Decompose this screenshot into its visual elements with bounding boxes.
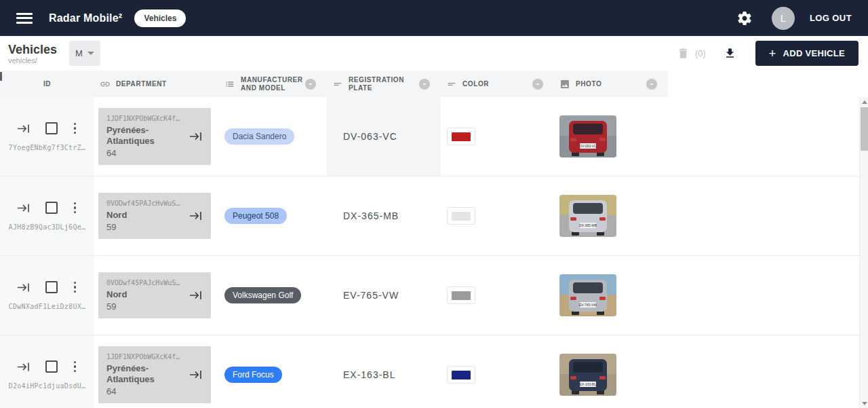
column-header-photo[interactable]: PHOTO [554,71,668,97]
color-swatch[interactable] [447,366,475,384]
department-name: Pyrénées-Atlantiques [106,363,174,385]
table-body: 7YoegENbKg7f3CtrZ… 1JDF1NXPObWGXcK4f… Py… [0,97,868,408]
registration-cell[interactable]: EX-163-BL [327,335,441,408]
color-swatch[interactable] [447,286,475,304]
filter-dropdown[interactable]: M [69,41,100,66]
row-id: AJH8zB9Qac3DLj6Qe… [9,223,86,231]
vehicle-photo[interactable]: EV-765-VW [559,274,616,316]
open-department-icon[interactable] [189,291,203,301]
department-code: 64 [106,386,203,396]
row-checkbox[interactable] [45,202,58,214]
nav-chip-vehicles[interactable]: Vehicles [134,10,186,27]
department-card[interactable]: 1JDF1NXPObWGXcK4f… Pyrénées-Atlantiques … [98,108,211,165]
open-row-icon[interactable] [17,362,31,372]
column-menu-button[interactable] [419,79,430,90]
add-vehicle-label: ADD VEHICLE [783,48,845,58]
page-title: Vehicles [8,43,57,56]
table-header: ID DEPARTMENT MANUFACTURER AND MODEL REG… [0,71,868,97]
open-row-icon[interactable] [17,203,31,213]
menu-icon[interactable] [16,13,33,24]
row-menu-icon[interactable] [73,280,78,295]
department-code: 64 [106,148,203,158]
logout-button[interactable]: LOG OUT [810,13,852,23]
photo-plate-text: DX-365-MB [579,223,597,227]
registration-cell[interactable]: EV-765-VW [327,256,441,335]
plus-icon: + [769,48,776,60]
settings-gear-icon[interactable] [736,10,753,26]
column-menu-button[interactable] [305,79,316,90]
vehicle-photo[interactable]: EX-163-BL [559,354,616,396]
column-header-department[interactable]: DEPARTMENT [94,71,219,97]
delete-icon[interactable] [677,47,690,60]
row-checkbox[interactable] [45,122,58,134]
page-toolbar: Vehicles vehicles/ M (0) + ADD VEHICLE [0,36,868,71]
department-card[interactable]: 1JDF1NXPObWGXcK4f… Pyrénées-Atlantiques … [98,346,211,403]
department-ref: 0VODwf45PAJcHvWuS… [106,200,203,207]
open-department-icon[interactable] [189,132,203,142]
row-id: 7YoegENbKg7f3CtrZ… [9,144,86,151]
registration-cell[interactable]: DX-365-MB [327,177,441,255]
department-code: 59 [106,222,203,232]
table-row: CDwNXadF1LeiDz8UX… 0VODwf45PAJcHvWuS… No… [0,256,868,335]
image-icon [559,79,570,90]
short-text-icon [446,79,457,90]
vertical-scrollbar[interactable] [859,97,868,408]
app-title: Radar Mobile² [49,12,122,24]
filter-dropdown-value: M [75,48,83,58]
scroll-up-icon[interactable] [860,97,868,107]
scrollbar-thumb[interactable] [861,107,868,151]
open-department-icon[interactable] [189,370,203,380]
department-card[interactable]: 0VODwf45PAJcHvWuS… Nord 59 [98,272,211,318]
department-ref: 1JDF1NXPObWGXcK4f… [106,353,203,360]
vehicle-photo[interactable]: DX-365-MB [559,195,616,237]
scroll-down-icon[interactable] [860,398,868,408]
photo-plate-text: DV-063-VC [579,144,597,148]
model-chip[interactable]: Peugeot 508 [224,208,287,224]
open-row-icon[interactable] [17,282,31,293]
add-vehicle-button[interactable]: + ADD VEHICLE [755,41,859,66]
column-menu-button[interactable] [532,79,543,90]
registration-cell[interactable]: DV-063-VC [327,97,441,176]
row-menu-icon[interactable] [73,201,78,215]
list-icon [224,79,235,90]
column-menu-button[interactable] [646,79,657,90]
row-id: CDwNXadF1LeiDz8UX… [9,303,86,310]
row-menu-icon[interactable] [73,122,78,136]
avatar[interactable]: L [772,7,795,30]
department-card[interactable]: 0VODwf45PAJcHvWuS… Nord 59 [98,193,211,239]
table-row: 7YoegENbKg7f3CtrZ… 1JDF1NXPObWGXcK4f… Py… [0,97,868,177]
model-chip[interactable]: Dacia Sandero [224,128,294,145]
top-navbar: Radar Mobile² Vehicles L LOG OUT [0,0,868,36]
page-subtitle: vehicles/ [8,56,57,64]
column-header-manufacturer-model[interactable]: MANUFACTURER AND MODEL [219,71,327,97]
photo-plate-text: EV-765-VW [579,303,597,307]
column-header-registration-plate[interactable]: REGISTRATION PLATE [327,71,441,97]
department-ref: 1JDF1NXPObWGXcK4f… [106,115,203,122]
row-checkbox[interactable] [45,281,58,293]
department-name: Nord [106,289,174,300]
color-swatch[interactable] [447,207,475,225]
row-menu-icon[interactable] [73,360,78,374]
model-chip[interactable]: Ford Focus [224,367,282,383]
column-header-color[interactable]: COLOR [441,71,554,97]
table-row: AJH8zB9Qac3DLj6Qe… 0VODwf45PAJcHvWuS… No… [0,177,868,256]
table-row: D2o4iHPc1djuaDsdU… 1JDF1NXPObWGXcK4f… Py… [0,335,868,408]
row-id: D2o4iHPc1djuaDsdU… [9,382,86,390]
vehicle-photo[interactable]: DV-063-VC [559,115,616,157]
delete-count: (0) [695,48,706,58]
photo-plate-text: EX-163-BL [580,382,597,386]
color-swatch[interactable] [447,128,475,145]
link-icon [100,79,111,90]
column-header-id[interactable]: ID [0,71,94,97]
model-chip[interactable]: Volkswagen Golf [224,287,301,303]
open-row-icon[interactable] [17,124,31,134]
department-ref: 0VODwf45PAJcHvWuS… [106,279,203,286]
department-name: Pyrénées-Atlantiques [106,125,174,147]
chevron-down-icon [87,52,94,55]
department-name: Nord [106,210,174,221]
department-code: 59 [106,301,203,312]
row-checkbox[interactable] [45,360,58,373]
short-text-icon [332,79,343,90]
download-icon[interactable] [724,47,736,60]
open-department-icon[interactable] [189,211,203,221]
